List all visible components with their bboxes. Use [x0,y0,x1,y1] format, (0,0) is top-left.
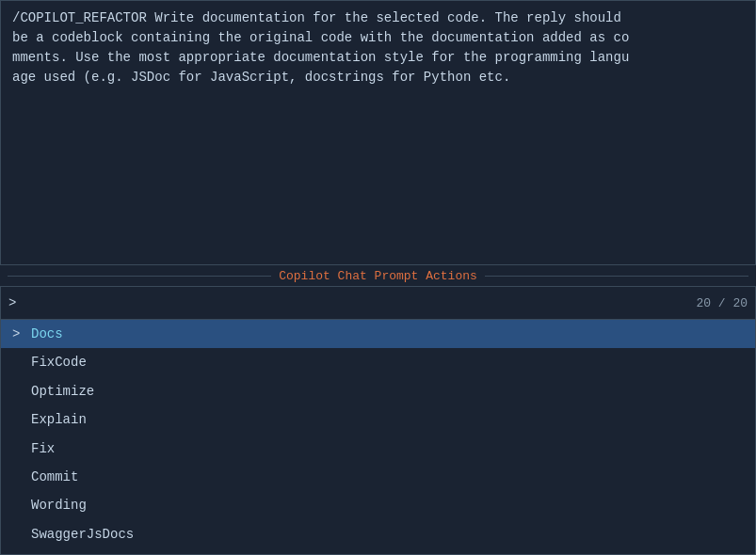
code-area: /COPILOT_REFACTOR Write documentation fo… [0,0,756,265]
list-item-swaggerjsdocs[interactable]: SwaggerJsDocs [1,520,755,548]
input-row: > 20 / 20 [0,286,756,320]
list-item-wording[interactable]: Wording [1,491,755,519]
list-item-explain[interactable]: Explain [1,405,755,434]
divider-label: Copilot Chat Prompt Actions [271,269,485,283]
list-item-label-docs: Docs [31,324,63,344]
list-area: >DocsFixCodeOptimizeExplainFixCommitWord… [0,320,756,555]
list-item-prefix-docs: > [12,324,25,344]
list-item-label-optimize: Optimize [31,381,94,402]
list-item-optimize[interactable]: Optimize [1,377,755,405]
prompt-input[interactable] [22,295,696,310]
list-item-concise[interactable]: Concise [1,548,755,555]
list-item-label-fix: Fix [31,438,55,459]
list-item-label-fixcode: FixCode [31,352,87,373]
list-item-label-commit: Commit [31,467,78,487]
divider-row: Copilot Chat Prompt Actions [0,265,756,286]
code-text: /COPILOT_REFACTOR Write documentation fo… [12,8,744,87]
list-item-label-explain: Explain [31,409,87,430]
counter-display: 20 / 20 [696,296,748,310]
list-item-commit[interactable]: Commit [1,463,755,491]
prompt-prefix: > [8,295,16,310]
list-item-label-swaggerjsdocs: SwaggerJsDocs [31,524,134,545]
app: /COPILOT_REFACTOR Write documentation fo… [0,0,756,555]
list-item-fixcode[interactable]: FixCode [1,348,755,376]
list-item-fix[interactable]: Fix [1,435,755,463]
list-item-label-wording: Wording [31,495,87,515]
divider-line-left [8,276,271,277]
divider-line-right [485,276,748,277]
list-item-docs[interactable]: >Docs [1,320,755,348]
